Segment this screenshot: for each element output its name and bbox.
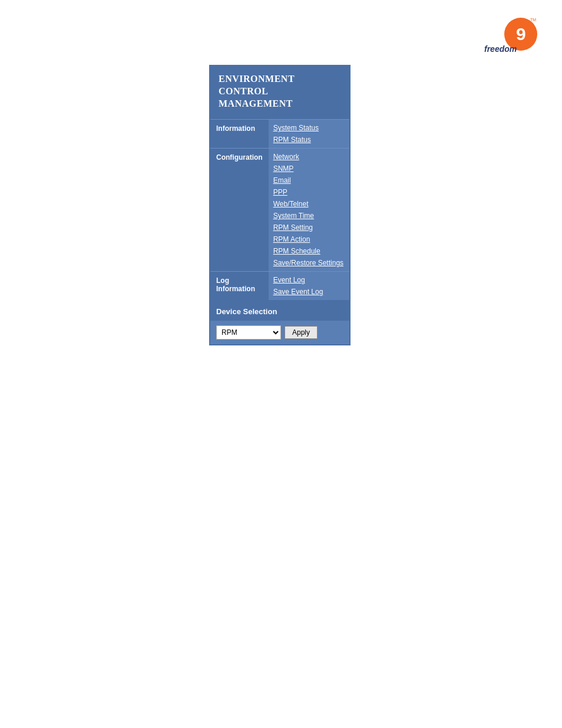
panel-title: Environment Control Management <box>219 73 341 110</box>
web-telnet-link[interactable]: Web/Telnet <box>273 198 345 210</box>
log-links: Event Log Save Event Log <box>269 272 349 301</box>
information-links: System Status RPM Status <box>269 120 349 149</box>
rpm-setting-link[interactable]: RPM Setting <box>273 222 345 233</box>
save-event-log-link[interactable]: Save Event Log <box>273 286 345 298</box>
email-link[interactable]: Email <box>273 174 345 186</box>
panel-title-line2: Management <box>219 98 293 108</box>
device-selection-container: Device Selection RPM Apply <box>210 302 349 344</box>
information-label: Information <box>210 120 269 149</box>
rpm-schedule-link[interactable]: RPM Schedule <box>273 245 345 257</box>
configuration-label: Configuration <box>210 149 269 272</box>
device-selection-header: Device Selection <box>210 302 349 321</box>
device-selection-row: Device Selection RPM Apply <box>210 302 349 344</box>
nav-table: Information System Status RPM Status Con… <box>210 119 349 344</box>
main-panel: Environment Control Management Informati… <box>209 65 351 345</box>
configuration-section-row: Configuration Network SNMP Email PPP Web… <box>210 149 349 272</box>
log-section-row: Log Information Event Log Save Event Log <box>210 272 349 301</box>
svg-text:9: 9 <box>516 24 526 44</box>
configuration-links: Network SNMP Email PPP Web/Telnet System… <box>269 149 349 272</box>
svg-text:TM: TM <box>530 18 536 22</box>
event-log-link[interactable]: Event Log <box>273 274 345 286</box>
svg-text:freedom: freedom <box>484 44 517 54</box>
system-time-link[interactable]: System Time <box>273 210 345 222</box>
apply-button[interactable]: Apply <box>285 326 318 339</box>
information-section-row: Information System Status RPM Status <box>210 120 349 149</box>
device-dropdown[interactable]: RPM <box>216 325 281 340</box>
panel-title-line1: Environment Control <box>219 74 295 96</box>
rpm-action-link[interactable]: RPM Action <box>273 233 345 245</box>
snmp-link[interactable]: SNMP <box>273 163 345 174</box>
rpm-status-link[interactable]: RPM Status <box>273 134 345 146</box>
device-selection-controls: RPM Apply <box>210 321 349 344</box>
save-restore-settings-link[interactable]: Save/Restore Settings <box>273 257 345 269</box>
log-label: Log Information <box>210 272 269 301</box>
network-link[interactable]: Network <box>273 151 345 163</box>
freedom9-logo-svg: 9 freedom TM <box>480 18 538 56</box>
logo-area: 9 freedom TM <box>480 18 538 58</box>
system-status-link[interactable]: System Status <box>273 122 345 134</box>
ppp-link[interactable]: PPP <box>273 186 345 198</box>
panel-header: Environment Control Management <box>210 66 349 119</box>
